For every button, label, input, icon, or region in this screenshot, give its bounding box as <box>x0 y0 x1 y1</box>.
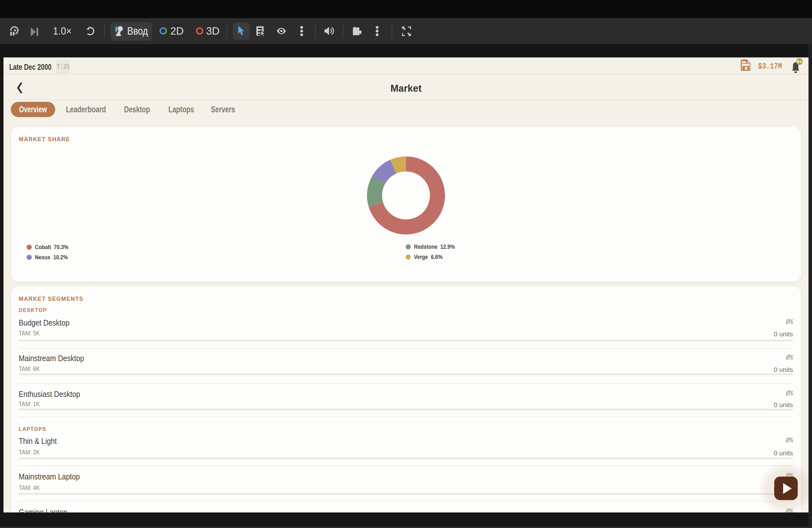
svg-text:9+: 9+ <box>796 59 802 64</box>
